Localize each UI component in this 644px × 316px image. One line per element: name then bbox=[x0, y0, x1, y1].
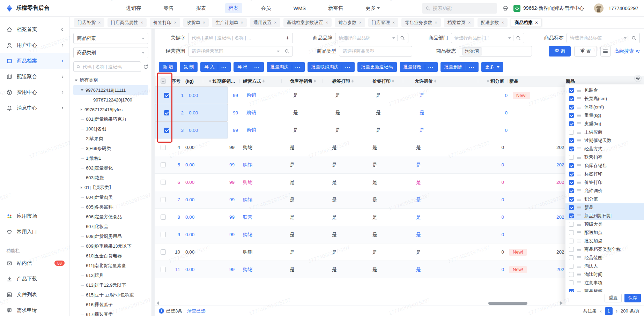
column-checkbox[interactable] bbox=[569, 172, 574, 176]
search-button[interactable]: 查 询 bbox=[549, 46, 571, 57]
panel-reset-button[interactable]: 重置 bbox=[605, 294, 622, 302]
nav-menu-item[interactable]: 会员 bbox=[258, 3, 275, 13]
column-toggle-row[interactable]: 包装盒 bbox=[565, 86, 644, 95]
tree-item[interactable]: 99767122419|11111 bbox=[73, 85, 148, 95]
drag-handle-icon[interactable] bbox=[577, 131, 581, 134]
tree-item[interactable]: 612|玩具 bbox=[73, 271, 148, 280]
collapsed-icon[interactable] bbox=[81, 108, 82, 111]
row-checkbox[interactable] bbox=[164, 110, 169, 115]
expanded-icon[interactable] bbox=[75, 80, 77, 81]
row-checkbox[interactable] bbox=[161, 215, 166, 220]
sidebar-item-fee-center[interactable]: 费用中心 bbox=[0, 84, 69, 100]
column-toggle-row[interactable]: 淘汰时间 bbox=[565, 270, 644, 279]
tree-item[interactable]: 3|F69条码类 bbox=[73, 144, 148, 153]
column-toggle-row[interactable]: 新品到期日期 bbox=[565, 212, 644, 220]
page-size[interactable]: 200 条/页 bbox=[621, 308, 640, 314]
more-options-icon[interactable]: ··· bbox=[251, 65, 260, 70]
tree-item[interactable]: 617|裸装豆类 bbox=[73, 310, 148, 316]
column-checkbox[interactable] bbox=[569, 222, 574, 227]
drag-handle-icon[interactable] bbox=[577, 198, 581, 201]
action-button[interactable]: 复 制 ··· bbox=[180, 62, 198, 72]
drag-handle-icon[interactable] bbox=[577, 89, 581, 92]
row-checkbox[interactable] bbox=[164, 128, 169, 133]
printer-icon[interactable] bbox=[502, 5, 509, 12]
sidebar-item-requests[interactable]: 需求申请 bbox=[0, 302, 69, 316]
row-checkbox[interactable] bbox=[161, 197, 166, 202]
drag-handle-icon[interactable] bbox=[577, 106, 581, 109]
sidebar-item-file-list[interactable]: 文件列表 bbox=[0, 287, 69, 302]
scrollbar-thumb[interactable] bbox=[488, 302, 527, 305]
row-checkbox[interactable] bbox=[161, 267, 166, 272]
global-search[interactable] bbox=[422, 3, 497, 14]
drag-handle-icon[interactable] bbox=[577, 97, 581, 100]
action-button[interactable]: 批量修改 ··· bbox=[400, 62, 438, 72]
more-options-icon[interactable]: ··· bbox=[425, 65, 434, 70]
sidebar-item-user-center[interactable]: 用户中心 bbox=[0, 37, 69, 53]
row-checkbox[interactable] bbox=[164, 93, 169, 98]
page-tab[interactable]: 价签打印 × bbox=[150, 18, 180, 27]
tree-item[interactable]: 所有类别 bbox=[73, 75, 148, 85]
nav-menu-item[interactable]: 进销存 bbox=[123, 3, 145, 13]
column-checkbox[interactable] bbox=[569, 105, 574, 110]
col-labelprint-sort[interactable]: 标签打印 bbox=[323, 76, 363, 86]
column-settings-gear-icon[interactable] bbox=[634, 75, 642, 82]
action-button[interactable]: 批量取消淘汰 ··· bbox=[308, 62, 355, 72]
action-button[interactable]: 批量删除 ··· bbox=[441, 62, 479, 72]
action-button[interactable]: 导 入 ··· bbox=[200, 62, 231, 72]
drag-handle-icon[interactable] bbox=[577, 223, 581, 226]
drag-handle-icon[interactable] bbox=[577, 173, 581, 176]
drag-handle-icon[interactable] bbox=[577, 215, 581, 218]
tree-item[interactable]: 603|花袋 bbox=[73, 173, 148, 183]
search-icon[interactable] bbox=[631, 36, 636, 40]
column-checkbox[interactable] bbox=[569, 289, 574, 292]
page-tab[interactable]: 档案首页 × bbox=[444, 18, 474, 27]
col-mode-sort[interactable]: 经营方式 bbox=[239, 76, 281, 86]
column-checkbox[interactable] bbox=[569, 146, 574, 151]
tree-item[interactable]: 602|定量膨化 bbox=[73, 163, 148, 173]
close-icon[interactable]: × bbox=[274, 20, 277, 25]
column-toggle-row[interactable]: 经营范围 bbox=[565, 254, 644, 262]
column-toggle-row[interactable]: 标签打印 bbox=[565, 170, 644, 178]
row-checkbox[interactable] bbox=[161, 145, 166, 150]
tree-item[interactable]: 604|定量肉类 bbox=[73, 193, 148, 202]
search-icon[interactable] bbox=[284, 49, 289, 54]
close-icon[interactable]: × bbox=[240, 20, 243, 25]
page-tab[interactable]: 配送参数 × bbox=[478, 18, 508, 27]
col-negstock-sort[interactable]: 负库存销售 bbox=[281, 76, 323, 86]
column-checkbox[interactable] bbox=[569, 155, 574, 160]
drag-handle-icon[interactable] bbox=[577, 206, 581, 209]
drag-handle-icon[interactable] bbox=[577, 273, 581, 276]
tree-item[interactable]: 609|称重糖果13元以下 bbox=[73, 241, 148, 251]
action-button[interactable]: 新 增 ··· bbox=[159, 62, 177, 72]
column-toggle-row[interactable]: 体积(cm³) bbox=[565, 103, 644, 111]
drag-handle-icon[interactable] bbox=[577, 189, 581, 193]
sidebar-item-favorites[interactable]: 常用入口 bbox=[0, 224, 69, 240]
sidebar-item-goods-archive[interactable]: 商品档案 bbox=[0, 53, 69, 69]
column-toggle-row[interactable]: 皮重(kg) bbox=[565, 120, 644, 128]
select-all-checkbox[interactable] bbox=[161, 78, 166, 84]
close-icon[interactable]: × bbox=[174, 20, 177, 25]
table-row[interactable]: 1 0.00 99 购销 是 是 是 是 0 New! 202 bbox=[155, 86, 228, 104]
row-checkbox[interactable] bbox=[161, 232, 166, 237]
page-tab[interactable]: 前台参数 × bbox=[335, 18, 365, 27]
column-checkbox[interactable] bbox=[569, 121, 574, 126]
close-icon[interactable]: × bbox=[98, 20, 101, 25]
column-checkbox[interactable] bbox=[569, 239, 574, 243]
more-options-icon[interactable]: ··· bbox=[292, 65, 301, 70]
close-icon[interactable]: × bbox=[141, 20, 143, 25]
page-tab[interactable]: 门店商品属性 × bbox=[108, 18, 147, 27]
column-toggle-row[interactable]: 顶级大类 bbox=[565, 220, 644, 228]
column-toggle-row[interactable]: 商品标签 bbox=[565, 287, 644, 292]
advanced-search-link[interactable]: 高级搜索 bbox=[614, 48, 640, 54]
page-tab[interactable]: 生产计划单 × bbox=[212, 18, 247, 27]
column-toggle-row[interactable]: 主供应商 bbox=[565, 128, 644, 136]
tree-item[interactable]: 606|定量方便食品 bbox=[73, 212, 148, 222]
drag-handle-icon[interactable] bbox=[577, 240, 581, 243]
sidebar-item-message-center[interactable]: 消息中心 bbox=[0, 100, 69, 116]
table-row[interactable]: 3 0.00 99 购销 是 是 是 是 0 bbox=[155, 121, 228, 139]
tree-item[interactable]: 2|苹果类 bbox=[73, 134, 148, 144]
column-toggle-row[interactable]: 负库存销售 bbox=[565, 161, 644, 170]
drag-handle-icon[interactable] bbox=[577, 164, 581, 167]
sidebar-item-downloads[interactable]: 产品下载 bbox=[0, 271, 69, 287]
keyword-input[interactable]: 代码 | 条码 | 速记码 | 名称 | ... + bbox=[188, 33, 293, 43]
